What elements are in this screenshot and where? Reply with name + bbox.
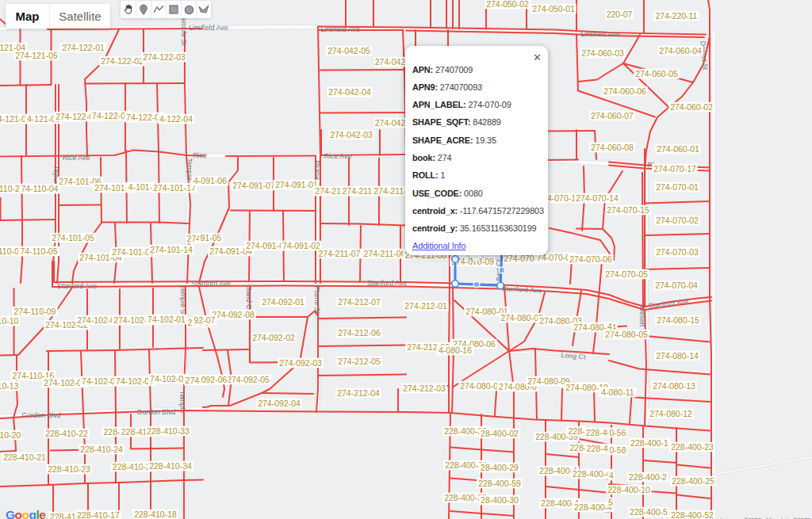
svg-text:274-212-05: 274-212-05 xyxy=(338,357,381,366)
svg-text:274-092-01: 274-092-01 xyxy=(262,297,304,307)
svg-text:228-400-23: 228-400-23 xyxy=(671,442,714,452)
svg-text:228-400-5: 228-400-5 xyxy=(630,507,668,517)
svg-text:274-091-01: 274-091-01 xyxy=(275,180,318,189)
svg-text:274-070-03: 274-070-03 xyxy=(656,247,699,257)
svg-text:74-102-01: 74-102-01 xyxy=(147,315,186,324)
svg-text:10-10: 10-10 xyxy=(0,316,19,326)
svg-text:4-080-16: 4-080-16 xyxy=(439,345,472,355)
svg-text:Linsfield Ave: Linsfield Ave xyxy=(580,30,619,38)
svg-text:274-060-07: 274-060-07 xyxy=(591,111,634,120)
svg-text:92-07: 92-07 xyxy=(194,315,216,325)
svg-text:274-080-09: 274-080-09 xyxy=(527,376,570,386)
svg-text:274-060-01: 274-060-01 xyxy=(657,144,699,154)
svg-text:274-042: 274-042 xyxy=(375,118,406,128)
svg-text:228-400-2: 228-400-2 xyxy=(629,472,667,482)
svg-text:228-400-25: 228-400-25 xyxy=(672,476,714,486)
svg-text:274-101-05: 274-101-05 xyxy=(52,233,94,242)
svg-text:274-080-13: 274-080-13 xyxy=(653,381,695,391)
svg-text:228-410-21: 228-410-21 xyxy=(3,452,46,462)
svg-text:Stanford Ave: Stanford Ave xyxy=(367,279,407,287)
svg-text:274-042-04: 274-042-04 xyxy=(328,87,371,97)
svg-text:Gordon Blvd: Gordon Blvd xyxy=(22,411,61,419)
svg-text:Temple St: Temple St xyxy=(179,284,187,316)
svg-text:274-070-05: 274-070-05 xyxy=(605,269,648,279)
svg-text:228-: 228- xyxy=(103,427,121,437)
svg-text:228-410-33: 228-410-33 xyxy=(147,426,190,436)
svg-text:274-070-14: 274-070-14 xyxy=(576,193,619,203)
svg-text:74-110-04: 74-110-04 xyxy=(21,184,58,193)
svg-text:274-122-03: 274-122-03 xyxy=(143,52,186,62)
svg-text:274-060-03: 274-060-03 xyxy=(581,48,624,58)
svg-text:228-410-24: 228-410-24 xyxy=(80,445,123,454)
svg-text:274-211-07: 274-211-07 xyxy=(319,249,361,258)
svg-text:28-400-30: 28-400-30 xyxy=(481,495,519,505)
svg-text:274-101-03: 274-101-03 xyxy=(112,247,155,257)
svg-text:274-212-03: 274-212-03 xyxy=(403,384,446,393)
svg-text:274-220-11: 274-220-11 xyxy=(656,11,698,21)
svg-text:274-211-06: 274-211-06 xyxy=(364,249,406,258)
svg-text:74-110-05: 74-110-05 xyxy=(20,246,57,256)
svg-text:74-102-04: 74-102-04 xyxy=(82,376,120,386)
svg-text:274-080-02: 274-080-02 xyxy=(500,313,543,322)
svg-text:228-410-2: 228-410-2 xyxy=(113,462,151,471)
svg-text:Rice: Rice xyxy=(193,151,207,159)
svg-text:Sand Ct: Sand Ct xyxy=(245,286,253,311)
svg-text:274-060-08: 274-060-08 xyxy=(591,143,634,152)
svg-text:5: 5 xyxy=(608,498,613,507)
svg-text:274-060-05: 274-060-05 xyxy=(635,69,678,78)
svg-text:228-: 228- xyxy=(568,426,585,436)
svg-text:274-092-03: 274-092-03 xyxy=(279,358,322,368)
svg-text:28-400-29: 28-400-29 xyxy=(481,463,519,472)
svg-text:Linsfield Ave: Linsfield Ave xyxy=(320,25,359,33)
svg-text:274-080-15: 274-080-15 xyxy=(657,315,699,325)
svg-text:274-080-12: 274-080-12 xyxy=(649,409,692,418)
svg-text:228-410-18: 228-410-18 xyxy=(134,509,177,519)
svg-text:Temple: Temple xyxy=(178,391,186,413)
svg-text:91-05: 91-05 xyxy=(201,233,222,242)
svg-text:220-07: 220-07 xyxy=(607,10,633,19)
svg-text:0-58: 0-58 xyxy=(609,445,626,455)
svg-text:4-101-: 4-101- xyxy=(128,182,153,192)
svg-text:274-070-02: 274-070-02 xyxy=(656,216,699,225)
svg-text:Temple St: Temple St xyxy=(180,14,188,46)
svg-text:274-102-05: 274-102-05 xyxy=(44,378,86,387)
svg-text:274-080-14: 274-080-14 xyxy=(656,351,699,361)
svg-text:274-042-03: 274-042-03 xyxy=(330,130,373,139)
svg-text:10-13: 10-13 xyxy=(0,381,19,391)
svg-text:274-092-08: 274-092-08 xyxy=(212,310,255,319)
svg-text:Linsfield Ave: Linsfield Ave xyxy=(189,24,228,32)
svg-text:0-56: 0-56 xyxy=(609,428,626,437)
svg-text:Gordon Blvd: Gordon Blvd xyxy=(137,408,176,416)
svg-text:274-070-06: 274-070-06 xyxy=(569,254,612,264)
svg-text:274-211-: 274-211- xyxy=(373,186,407,196)
svg-text:274-092-02: 274-092-02 xyxy=(252,333,295,342)
svg-text:274-060-06: 274-060-06 xyxy=(603,86,646,96)
svg-text:Rice Ave: Rice Ave xyxy=(63,154,90,162)
svg-text:274-101-17: 274-101-17 xyxy=(153,183,196,193)
svg-text:4-122-04: 4-122-04 xyxy=(159,114,193,124)
svg-text:228-410-23: 228-410-23 xyxy=(48,464,90,474)
svg-text:74-091-02: 74-091-02 xyxy=(282,241,320,250)
svg-text:228-40: 228-40 xyxy=(586,428,612,437)
svg-text:274-050-01: 274-050-01 xyxy=(532,4,575,13)
svg-text:274-070-17: 274-070-17 xyxy=(653,164,696,174)
svg-text:4-091-06: 4-091-06 xyxy=(193,176,227,185)
svg-text:Stanford Ave: Stanford Ave xyxy=(57,282,97,290)
svg-text:274-212-07: 274-212-07 xyxy=(338,297,381,307)
svg-text:274-080-07: 274-080-07 xyxy=(460,381,503,391)
svg-text:228-: 228- xyxy=(569,443,587,452)
svg-text:228-400-10: 228-400-10 xyxy=(607,485,650,494)
svg-text:228-400-4: 228-400-4 xyxy=(573,469,611,479)
svg-text:274-110-09: 274-110-09 xyxy=(14,307,56,316)
svg-text:228-400-4: 228-400-4 xyxy=(574,502,612,512)
svg-text:274-122-02: 274-122-02 xyxy=(101,56,144,66)
svg-text:274-060-02: 274-060-02 xyxy=(670,102,713,112)
svg-text:410-20: 410-20 xyxy=(0,430,21,440)
svg-text:Stanford Ave: Stanford Ave xyxy=(191,280,231,288)
svg-text:74-102-03: 74-102-03 xyxy=(116,376,154,386)
svg-text:274-091-07: 274-091-07 xyxy=(232,181,275,190)
svg-text:228-400-59: 228-400-59 xyxy=(478,479,521,488)
svg-text:4: 4 xyxy=(609,471,614,480)
svg-text:274-070-15: 274-070-15 xyxy=(607,205,649,215)
svg-text:274-101-14: 274-101-14 xyxy=(150,245,193,254)
